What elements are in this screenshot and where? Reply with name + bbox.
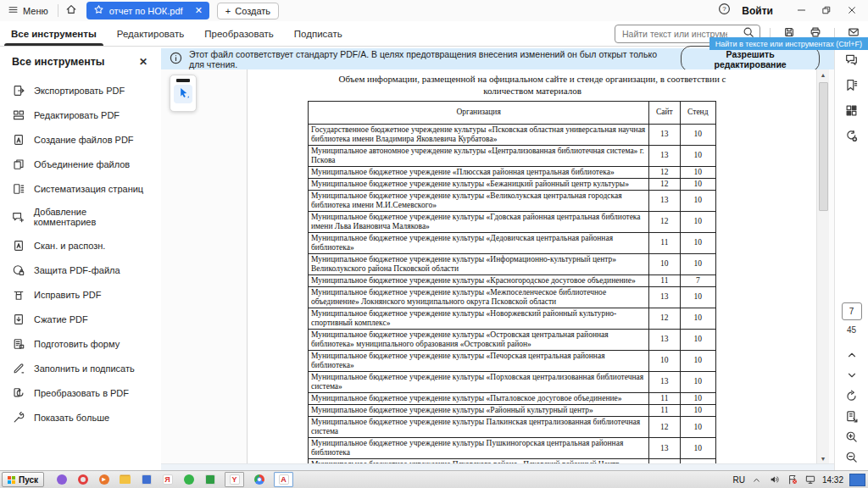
close-button[interactable]: [839, 1, 865, 20]
select-tool-button[interactable]: [174, 85, 192, 103]
chrome-icon[interactable]: [253, 473, 265, 486]
document-tab-title: отчет по НОК.pdf: [109, 6, 183, 16]
panel-close-icon[interactable]: ✕: [139, 56, 147, 68]
show-desktop-button[interactable]: [849, 474, 865, 486]
rail-nav-tools: [843, 345, 860, 467]
rail-tool[interactable]: [843, 348, 860, 365]
table-row: Муниципальное бюджетное учреждение культ…: [309, 438, 716, 459]
sidebar-tool-item[interactable]: Исправить PDF: [0, 282, 161, 307]
table-row: Муниципальное бюджетное учреждение культ…: [309, 308, 716, 329]
sidebar-tool-item[interactable]: Преобразовать в PDF: [0, 380, 161, 405]
sidebar-tool-item[interactable]: Систематизация страниц: [0, 176, 161, 201]
yandex-icon[interactable]: Я: [161, 473, 174, 486]
menu-label: Меню: [23, 6, 48, 16]
all-tools-list: Экспортировать PDF Редактировать PDF Соз…: [0, 78, 161, 430]
sidebar-tool-label: Добавление комментариев: [34, 207, 149, 227]
network-icon[interactable]: [804, 474, 816, 485]
table-row: Муниципальное бюджетное учреждение культ…: [309, 350, 716, 371]
rail-tool[interactable]: [843, 129, 860, 146]
tray-chevron-up-icon[interactable]: [751, 474, 763, 485]
header-organization: Организация: [309, 101, 649, 124]
file-explorer-icon[interactable]: [119, 473, 131, 486]
edit-pdf-icon: [12, 108, 25, 121]
rail-tool[interactable]: [843, 369, 860, 385]
sidebar-tool-item[interactable]: Защита PDF-файла: [0, 258, 161, 282]
sidebar-tool-label: Систематизация страниц: [34, 184, 143, 194]
document-tab[interactable]: отчет по НОК.pdf ✕: [86, 2, 209, 19]
app-purple-icon[interactable]: [55, 473, 68, 486]
sidebar-tool-item[interactable]: Создание файлов PDF: [0, 127, 161, 152]
yandex-browser-icon[interactable]: Y: [225, 472, 244, 487]
report-table: Организация Сайт Стенд Государственное б…: [308, 101, 716, 464]
sidebar-tool-item[interactable]: Скан. и распозн.: [0, 233, 161, 258]
home-button[interactable]: [60, 2, 82, 19]
acrobat-icon[interactable]: A: [274, 472, 293, 487]
sidebar-tool-label: Объединение файлов: [34, 159, 130, 169]
scrollbar-thumb[interactable]: [819, 82, 828, 211]
app-green-icon[interactable]: [182, 473, 195, 486]
action-center-flag-icon[interactable]: [787, 474, 798, 485]
current-page-input[interactable]: 7: [842, 302, 862, 320]
toolbar-tab[interactable]: Все инструменты: [11, 21, 97, 46]
quick-tools-palette: [170, 75, 197, 112]
media-player-icon[interactable]: ▸: [97, 473, 110, 486]
toolbar-tab[interactable]: Преобразовать: [204, 21, 274, 46]
table-row: Муниципальное бюджетное учреждение культ…: [309, 286, 716, 308]
clock[interactable]: 14:32: [822, 475, 843, 485]
windows-taskbar: Пуск ▸ЯYA RU 14:32: [0, 470, 868, 488]
create-button[interactable]: + Создать: [217, 3, 279, 19]
menu-button[interactable]: Меню: [0, 0, 56, 21]
tab-close-icon[interactable]: ✕: [195, 6, 203, 15]
table-row: Муниципальное бюджетное учреждение культ…: [309, 371, 716, 392]
sidebar-tool-item[interactable]: Редактировать PDF: [0, 103, 161, 127]
table-header-row: Организация Сайт Стенд: [309, 101, 716, 124]
rail-tool[interactable]: [843, 450, 860, 467]
sidebar-tool-label: Экспортировать PDF: [34, 86, 125, 96]
table-row: Муниципальное бюджетное учреждение культ…: [309, 329, 716, 350]
rail-tool[interactable]: [843, 409, 860, 426]
sidebar-tool-item[interactable]: Подготовить форму: [0, 331, 161, 356]
pdf-canvas: Объем информации, размещенной на официал…: [161, 69, 835, 471]
sidebar-tool-item[interactable]: Сжатие PDF: [0, 307, 161, 331]
sidebar-tool-item[interactable]: Добавление комментариев: [0, 201, 161, 233]
app-blue-icon[interactable]: [140, 473, 153, 486]
toolbar-tab[interactable]: Подписать: [294, 21, 342, 46]
toolbar-tab[interactable]: Редактировать: [117, 21, 184, 46]
app-green-doc-icon[interactable]: [203, 473, 216, 486]
taskbar-apps: ▸ЯYA: [55, 472, 293, 487]
signin-button[interactable]: Войти: [742, 5, 773, 17]
sidebar-tool-label: Скан. и распозн.: [34, 241, 105, 251]
rail-tool[interactable]: [843, 78, 860, 95]
rail-tool[interactable]: [843, 53, 860, 69]
zoom-out-icon: [845, 451, 858, 467]
sidebar-tool-item[interactable]: Показать больше: [0, 405, 161, 430]
home-icon: [65, 3, 77, 19]
opera-icon[interactable]: [76, 473, 89, 486]
vertical-scrollbar[interactable]: ▲ ▼: [816, 69, 829, 464]
minimize-icon: [796, 4, 807, 17]
table-row: Муниципальное бюджетное учреждение культ…: [309, 392, 716, 404]
help-button[interactable]: ?: [713, 2, 735, 19]
prepare-form-icon: [12, 337, 25, 350]
svg-text:?: ?: [722, 5, 726, 13]
start-button[interactable]: Пуск: [2, 472, 44, 487]
star-icon[interactable]: [93, 4, 104, 17]
compress-pdf-icon: [12, 313, 25, 325]
rail-tool[interactable]: [843, 430, 860, 446]
volume-icon[interactable]: [769, 474, 781, 485]
sidebar-tool-item[interactable]: Экспортировать PDF: [0, 78, 161, 103]
rail-tool[interactable]: [843, 103, 860, 120]
minimize-button[interactable]: [788, 1, 814, 20]
language-indicator[interactable]: RU: [733, 475, 745, 485]
chevron-up-icon: [846, 349, 858, 364]
palette-handle[interactable]: [176, 79, 190, 82]
combine-files-icon: [12, 158, 25, 170]
sidebar-tool-item[interactable]: Объединение файлов: [0, 152, 161, 176]
table-row: Муниципальное бюджетное учреждение культ…: [309, 232, 716, 253]
table-row: Муниципальное бюджетное учреждение культ…: [309, 190, 716, 211]
restore-button[interactable]: [814, 1, 839, 20]
scroll-up-icon[interactable]: ▲: [817, 69, 829, 80]
table-row: Муниципальное бюджетное учреждение культ…: [309, 211, 716, 232]
rail-tool[interactable]: [843, 389, 860, 406]
sidebar-tool-item[interactable]: Заполнить и подписать: [0, 356, 161, 380]
